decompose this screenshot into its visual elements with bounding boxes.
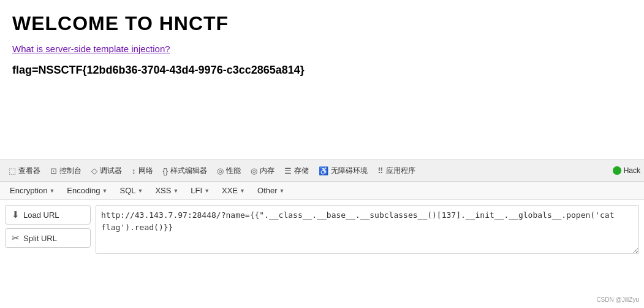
inspector-icon: ⬚ [9,166,16,175]
devtools-performance[interactable]: ◎ 性能 [212,160,246,181]
encoding-label: Encoding [67,186,100,195]
split-url-label: Split URL [23,234,57,243]
memory-icon: ◎ [251,166,257,175]
hack-dot-icon [613,166,621,175]
application-icon: ⠿ [377,166,384,175]
xss-dropdown[interactable]: XSS ▼ [150,184,183,197]
devtools-memory[interactable]: ◎ 内存 [246,160,279,181]
performance-icon: ◎ [217,166,224,175]
performance-label: 性能 [226,166,241,176]
ssti-link[interactable]: What is server-side template injection? [12,44,170,54]
memory-label: 内存 [260,166,275,176]
network-icon: ↕ [132,166,136,175]
encryption-label: Encryption [10,186,47,195]
application-label: 应用程序 [386,166,415,176]
devtools-bar: ⬚ 查看器 ⊡ 控制台 ◇ 调试器 ↕ 网络 {} 样式编辑器 ◎ 性能 ◎ 内… [0,160,644,182]
split-url-icon: ✂ [12,233,20,244]
storage-icon: ☰ [284,166,292,175]
inspector-label: 查看器 [18,166,40,176]
xss-chevron-icon: ▼ [173,188,178,194]
hackbar-actions: ⬇ Load URL ✂ Split URL [5,205,91,269]
lfi-chevron-icon: ▼ [204,188,210,194]
devtools-storage[interactable]: ☰ 存储 [279,160,314,181]
encoding-chevron-icon: ▼ [102,188,108,194]
encoding-dropdown[interactable]: Encoding ▼ [62,184,112,197]
storage-label: 存储 [294,166,309,176]
devtools-style-editor[interactable]: {} 样式编辑器 [158,160,213,181]
load-url-label: Load URL [23,210,59,220]
other-dropdown[interactable]: Other ▼ [252,184,289,197]
accessibility-icon: ♿ [319,166,328,175]
xxe-dropdown[interactable]: XXE ▼ [217,184,250,197]
devtools-hack[interactable]: Hack [613,166,640,175]
devtools-console[interactable]: ⊡ 控制台 [45,160,86,181]
encryption-dropdown[interactable]: Encryption ▼ [5,184,59,197]
other-chevron-icon: ▼ [279,188,285,194]
console-label: 控制台 [59,166,81,176]
xxe-chevron-icon: ▼ [240,188,245,194]
lfi-dropdown[interactable]: LFI ▼ [186,184,214,197]
lfi-label: LFI [191,186,202,195]
debugger-label: 调试器 [100,166,122,176]
xxe-label: XXE [222,186,238,195]
split-url-button[interactable]: ✂ Split URL [5,228,91,248]
load-url-button[interactable]: ⬇ Load URL [5,205,91,225]
encryption-chevron-icon: ▼ [49,188,55,194]
sql-dropdown[interactable]: SQL ▼ [115,184,148,197]
sql-label: SQL [119,186,135,195]
style-editor-label: 样式编辑器 [170,166,207,176]
link-line: What is server-side template injection? [12,44,632,54]
sql-chevron-icon: ▼ [138,188,143,194]
flag-display: flag=NSSCTF{12bd6b36-3704-43d4-9976-c3cc… [12,64,632,77]
xss-label: XSS [155,186,171,195]
other-label: Other [257,186,278,195]
devtools-application[interactable]: ⠿ 应用程序 [373,160,420,181]
network-label: 网络 [138,166,153,176]
hackbar-toolbar: Encryption ▼ Encoding ▼ SQL ▼ XSS ▼ LFI … [0,182,644,200]
hackbar-main: ⬇ Load URL ✂ Split URL [0,200,644,274]
accessibility-label: 无障碍环境 [331,166,368,176]
main-content: WELCOME TO HNCTF What is server-side tem… [0,0,644,160]
url-input[interactable] [96,205,639,254]
devtools-accessibility[interactable]: ♿ 无障碍环境 [314,160,373,181]
devtools-network[interactable]: ↕ 网络 [127,160,158,181]
devtools-debugger[interactable]: ◇ 调试器 [86,160,127,181]
style-editor-icon: {} [163,166,169,175]
console-icon: ⊡ [50,166,57,175]
devtools-inspector[interactable]: ⬚ 查看器 [4,160,45,181]
page-title: WELCOME TO HNCTF [12,12,632,35]
hackbar-url-area [96,205,639,269]
load-url-icon: ⬇ [12,209,20,220]
hack-label: Hack [624,166,640,175]
debugger-icon: ◇ [91,166,97,175]
